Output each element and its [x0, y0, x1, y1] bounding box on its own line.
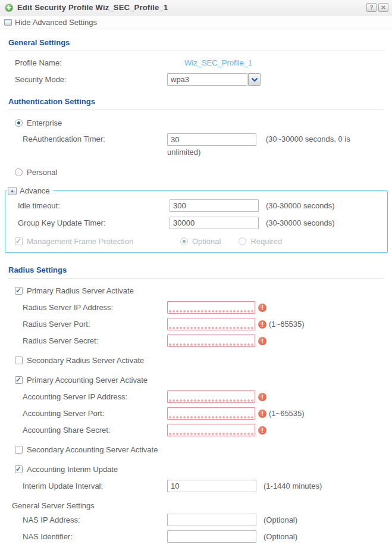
radius-ip-input[interactable] [167, 301, 255, 314]
reauth-timer-control: (30~30000 seconds, 0 is unlimited) [167, 133, 384, 158]
radius-port-input[interactable] [167, 318, 255, 330]
hide-advanced-settings-link[interactable]: Hide Advanced Settings [15, 18, 97, 27]
close-button[interactable]: ✕ [378, 3, 388, 12]
dialog-titlebar: Edit Security Profile Wiz_SEC_Profile_1 … [0, 0, 392, 15]
reauth-timer-row: ReAuthentication Timer: (30~30000 second… [8, 133, 384, 158]
accounting-ip-field [167, 390, 255, 403]
idle-timeout-label: Idle timeout: [5, 201, 170, 210]
radius-secret-field [167, 335, 255, 347]
personal-radio[interactable] [15, 168, 23, 176]
advance-legend-label: Advance [20, 186, 50, 195]
accounting-port-label: Accounting Server Port: [8, 409, 167, 418]
nas-ip-label: NAS IP Address: [8, 515, 167, 524]
mfp-required-choice: Required [239, 237, 282, 246]
help-button[interactable]: ? [366, 3, 377, 12]
group-key-update-hint: (30-30000 seconds) [266, 218, 335, 227]
mfp-required-radio [239, 237, 246, 245]
interim-update-interval-hint: (1-1440 minutes) [264, 482, 322, 490]
primary-accounting-activate-row: Primary Accounting Server Activate [8, 373, 384, 387]
personal-label: Personal [27, 168, 57, 177]
radius-port-row: Radius Server Port: (1~65535) [8, 317, 384, 331]
accounting-secret-row: Accounting Share Secret: [8, 423, 384, 437]
profile-name-value: Wiz_SEC_Profile_1 [167, 58, 252, 67]
profile-name-label: Profile Name: [8, 58, 167, 67]
secondary-radius-activate-checkbox[interactable] [15, 357, 23, 364]
error-icon [258, 410, 266, 418]
security-mode-label: Security Mode: [8, 75, 167, 84]
security-mode-combobox [167, 73, 261, 86]
dialog-content: General Settings Profile Name: Wiz_SEC_P… [0, 29, 392, 543]
nas-ip-input[interactable] [167, 514, 256, 526]
radius-port-field [167, 318, 255, 330]
error-icon [258, 426, 266, 435]
idle-timeout-hint: (30-30000 seconds) [266, 201, 335, 210]
primary-radius-activate-row: Primary Radius Server Activate [8, 284, 384, 298]
group-key-update-input[interactable] [170, 217, 259, 229]
advance-legend: Advance [7, 186, 53, 195]
radius-secret-input[interactable] [167, 335, 255, 347]
group-key-update-label: Group Key Update Timer: [5, 218, 170, 227]
management-frame-protection-checkbox [15, 237, 23, 245]
radius-secret-label: Radius Server Secret: [8, 336, 167, 345]
nas-identifier-row: NAS Identifier: (Optional) [8, 530, 384, 543]
secondary-radius-activate-row: Secondary Radius Server Activate [8, 354, 384, 367]
authentication-settings-heading: Authentication Settings [8, 89, 384, 110]
edit-security-profile-dialog: Edit Security Profile Wiz_SEC_Profile_1 … [0, 0, 392, 547]
accounting-interim-update-checkbox[interactable] [15, 465, 23, 473]
radius-settings-heading: Radius Settings [8, 255, 384, 279]
interim-update-interval-input[interactable] [167, 480, 256, 492]
accounting-interim-update-row: Accounting Interim Update [8, 462, 384, 476]
group-key-update-row: Group Key Update Timer: (30-30000 second… [5, 216, 387, 230]
mfp-optional-radio [180, 237, 188, 245]
radius-ip-field [167, 301, 255, 314]
dialog-title: Edit Security Profile Wiz_SEC_Profile_1 [17, 3, 365, 12]
security-mode-dropdown-button[interactable] [248, 73, 261, 86]
management-frame-protection-label: Management Frame Protection [27, 237, 162, 246]
secondary-accounting-activate-label: Secondary Accounting Server Activate [27, 445, 158, 454]
radius-secret-row: Radius Server Secret: [8, 334, 384, 348]
accounting-port-row: Accounting Server Port: (1~65535) [8, 407, 384, 420]
profile-name-row: Profile Name: Wiz_SEC_Profile_1 [8, 56, 384, 70]
panel-icon [4, 19, 12, 26]
general-server-settings-heading: General Server Settings [8, 501, 384, 510]
security-mode-input[interactable] [167, 73, 247, 86]
radius-ip-label: Radius Server IP Address: [8, 303, 167, 312]
primary-accounting-activate-checkbox[interactable] [15, 376, 23, 384]
advanced-settings-toolbar: Hide Advanced Settings [0, 15, 392, 29]
accounting-port-field [167, 407, 255, 420]
mfp-optional-choice: Optional [180, 237, 221, 246]
error-icon [258, 320, 266, 329]
enterprise-radio[interactable] [15, 119, 23, 127]
secondary-radius-activate-label: Secondary Radius Server Activate [27, 356, 144, 365]
accounting-secret-input[interactable] [167, 424, 255, 436]
secondary-accounting-activate-checkbox[interactable] [15, 446, 23, 454]
accounting-port-input[interactable] [167, 407, 255, 420]
general-settings-heading: General Settings [8, 30, 384, 51]
reauth-timer-input[interactable] [167, 133, 256, 146]
accounting-secret-label: Accounting Share Secret: [8, 426, 167, 435]
accounting-port-hint: (1~65535) [269, 409, 305, 418]
error-icon [258, 337, 266, 345]
advance-fieldset: Advance Idle timeout: (30-30000 seconds)… [5, 186, 388, 253]
accounting-ip-input[interactable] [167, 390, 255, 403]
mfp-optional-label: Optional [192, 237, 221, 246]
radius-port-label: Radius Server Port: [8, 320, 167, 329]
personal-radio-row: Personal [8, 165, 384, 179]
nas-identifier-input[interactable] [167, 530, 256, 543]
add-icon [5, 4, 13, 12]
secondary-accounting-activate-row: Secondary Accounting Server Activate [8, 443, 384, 457]
primary-radius-activate-checkbox[interactable] [15, 287, 23, 295]
accounting-secret-field [167, 424, 255, 436]
reauth-timer-label: ReAuthentication Timer: [8, 133, 167, 143]
nas-ip-row: NAS IP Address: (Optional) [8, 513, 384, 527]
nas-identifier-hint: (Optional) [264, 532, 297, 541]
accounting-ip-row: Accounting Server IP Address: [8, 390, 384, 404]
management-frame-protection-row: Management Frame Protection Optional Req… [5, 237, 387, 246]
primary-accounting-activate-label: Primary Accounting Server Activate [27, 376, 148, 385]
interim-update-interval-label: Interim Update Interval: [8, 482, 167, 490]
collapse-icon[interactable] [8, 187, 17, 195]
error-icon [258, 304, 266, 312]
idle-timeout-input[interactable] [170, 199, 259, 212]
error-icon [258, 393, 266, 401]
security-mode-row: Security Mode: [8, 73, 384, 86]
